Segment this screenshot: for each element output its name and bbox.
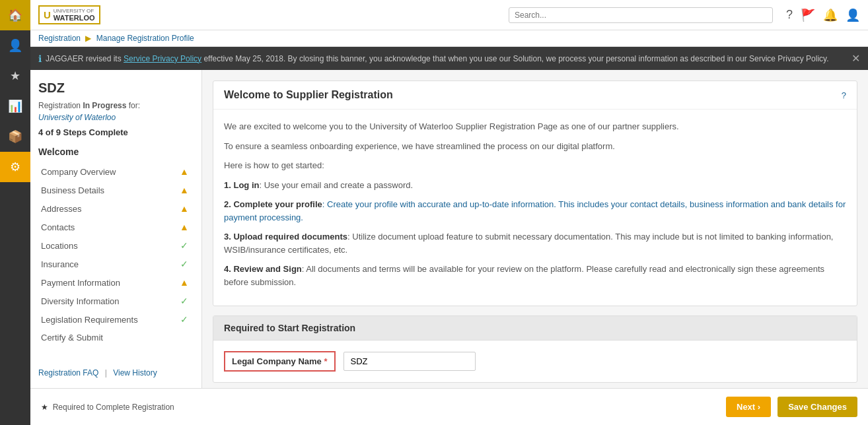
welcome-card-header: Welcome to Supplier Registration ? (213, 81, 857, 110)
welcome-para3: Here is how to get started: (224, 159, 846, 172)
legal-company-row: Legal Company Name * (224, 351, 846, 372)
breadcrumb-registration[interactable]: Registration (38, 34, 81, 43)
sidebar-item-legislation[interactable]: Legislation Requirements ✓ (38, 310, 194, 329)
sidebar-item-payment[interactable]: Payment Information ▲ (38, 273, 194, 292)
banner-text2: effective May 25, 2018. By closing this … (203, 54, 828, 63)
warning-icon-1: ▲ (178, 185, 191, 195)
sidebar-item-business-details[interactable]: Business Details ▲ (38, 181, 194, 199)
step-1: 1. Log in: Use your email and create a p… (224, 179, 846, 192)
nav-package[interactable]: 📦 (0, 121, 30, 152)
warning-icon-2: ▲ (178, 203, 191, 214)
footer-note-text: Required to Complete Registration (53, 403, 174, 412)
search-input[interactable] (509, 7, 773, 23)
save-button[interactable]: Save Changes (778, 397, 857, 417)
search-bar (509, 7, 773, 23)
welcome-title: Welcome to Supplier Registration (224, 89, 393, 101)
breadcrumb-manage[interactable]: Manage Registration Profile (96, 34, 194, 43)
top-bar-icons: ? 🚩 🔔 👤 (786, 8, 860, 22)
sidebar-links: Registration FAQ | View History (38, 358, 194, 377)
uw-text: U (44, 9, 51, 20)
faq-link[interactable]: Registration FAQ (38, 368, 98, 377)
warning-icon-0: ▲ (178, 166, 191, 177)
nav-chart[interactable]: 📊 (0, 91, 30, 121)
check-icon-4: ✓ (178, 240, 191, 251)
user-icon[interactable]: 👤 (846, 8, 860, 22)
nav-user[interactable]: 👤 (0, 30, 30, 61)
breadcrumb: Registration ▶ Manage Registration Profi… (30, 30, 868, 47)
step-4: 4. Review and Sign: All documents and te… (224, 263, 846, 288)
uw-logo: U UNIVERSITY OF WATERLOO (38, 5, 100, 24)
info-icon: ℹ (38, 53, 42, 64)
welcome-para1: We are excited to welcome you to the Uni… (224, 120, 846, 133)
sidebar-item-insurance[interactable]: Insurance ✓ (38, 255, 194, 273)
logo-waterloo: WATERLOO (54, 14, 95, 22)
required-section-header: Required to Start Registration (213, 316, 857, 341)
history-link[interactable]: View History (113, 368, 157, 377)
welcome-card-body: We are excited to welcome you to the Uni… (213, 110, 857, 306)
sidebar: SDZ Registration In Progress for: Univer… (30, 70, 202, 388)
welcome-para2: To ensure a seamless onboarding experien… (224, 140, 846, 153)
check-icon-5: ✓ (178, 259, 191, 269)
banner-link[interactable]: Service Privacy Policy (124, 54, 201, 63)
link-sep: | (105, 368, 107, 377)
main-wrapper: U UNIVERSITY OF WATERLOO ? 🚩 🔔 👤 Registr… (30, 0, 868, 425)
sidebar-item-locations[interactable]: Locations ✓ (38, 236, 194, 255)
warning-icon-6: ▲ (178, 277, 191, 288)
step-3: 3. Upload required documents: Utilize do… (224, 230, 846, 256)
nav-gear[interactable]: ⚙ (0, 152, 30, 182)
logo-area: U UNIVERSITY OF WATERLOO (38, 5, 495, 24)
banner-close[interactable]: ✕ (851, 52, 860, 65)
help-button[interactable]: ? (842, 90, 846, 100)
welcome-steps: 1. Log in: Use your email and create a p… (224, 179, 846, 289)
required-star: * (324, 356, 327, 366)
welcome-card: Welcome to Supplier Registration ? We ar… (213, 81, 857, 306)
content-area: Welcome to Supplier Registration ? We ar… (202, 70, 868, 388)
body-area: SDZ Registration In Progress for: Univer… (30, 70, 868, 388)
breadcrumb-sep: ▶ (85, 34, 91, 43)
sidebar-item-diversity[interactable]: Diversity Information ✓ (38, 292, 194, 310)
check-icon-8: ✓ (178, 314, 191, 325)
sidebar-item-addresses[interactable]: Addresses ▲ (38, 199, 194, 218)
company-name: SDZ (38, 81, 194, 96)
footer-note: ★ Required to Complete Registration (41, 403, 174, 412)
check-icon-7: ✓ (178, 296, 191, 306)
bell-icon[interactable]: 🔔 (823, 8, 838, 22)
legal-company-label: Legal Company Name * (224, 351, 336, 372)
next-button[interactable]: Next › (726, 397, 771, 417)
sidebar-item-contacts[interactable]: Contacts ▲ (38, 218, 194, 236)
icon-bar: 🏠 👤 ★ 📊 📦 ⚙ (0, 0, 30, 425)
sidebar-status: Registration In Progress for: (38, 101, 194, 110)
required-star-footer: ★ (41, 403, 48, 412)
banner-text: JAGGAER revised its (46, 54, 122, 63)
nav-home[interactable]: 🏠 (0, 0, 30, 30)
required-section-body: Legal Company Name * (213, 341, 857, 382)
step-2: 2. Complete your profile: Create your pr… (224, 198, 846, 224)
content-footer: ★ Required to Complete Registration Next… (30, 388, 868, 425)
legal-company-input[interactable] (344, 352, 476, 371)
sidebar-item-company-overview[interactable]: Company Overview ▲ (38, 162, 194, 181)
footer-buttons: Next › Save Changes (726, 397, 857, 417)
top-bar: U UNIVERSITY OF WATERLOO ? 🚩 🔔 👤 (30, 0, 868, 30)
sidebar-university: University of Waterloo (38, 113, 194, 122)
required-section: Required to Start Registration Legal Com… (213, 315, 857, 383)
help-icon[interactable]: ? (786, 8, 793, 22)
warning-icon-3: ▲ (178, 222, 191, 232)
flag-icon[interactable]: 🚩 (801, 8, 815, 22)
info-banner: ℹ JAGGAER revised its Service Privacy Po… (30, 47, 868, 70)
logo-university: UNIVERSITY OF (54, 8, 95, 14)
nav-star[interactable]: ★ (0, 61, 30, 91)
sidebar-steps: 4 of 9 Steps Complete (38, 127, 194, 137)
sidebar-item-certify[interactable]: Certify & Submit (38, 329, 194, 346)
sidebar-section-title: Welcome (38, 147, 194, 157)
